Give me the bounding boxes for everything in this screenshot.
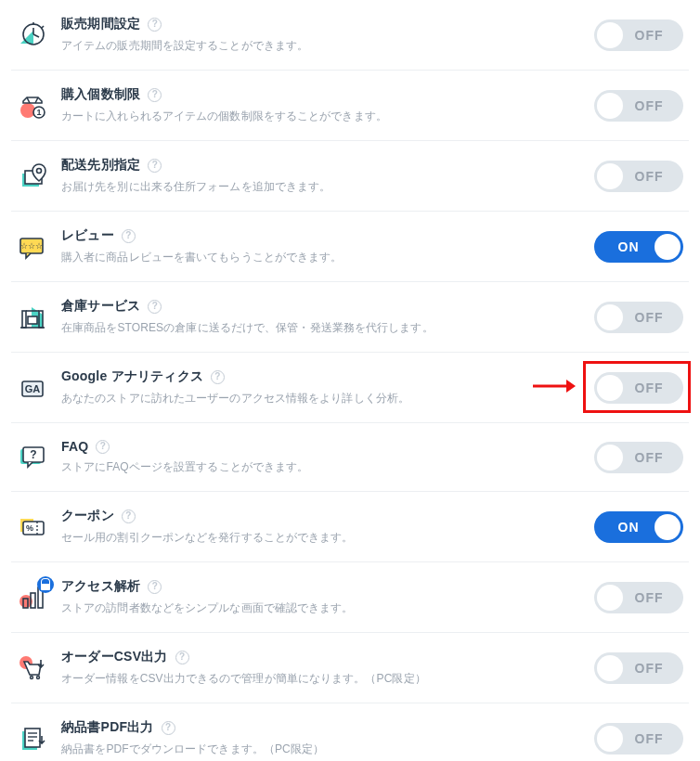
toggle-access-analysis[interactable]: OFF	[594, 582, 683, 613]
arrow-icon	[531, 377, 576, 399]
toggle-label: OFF	[623, 450, 681, 465]
invoice-pdf-icon	[17, 723, 48, 755]
setting-description: オーダー情報をCSV出力できるので管理が簡単になります。（PC限定）	[61, 671, 594, 687]
toggle-label: OFF	[623, 590, 681, 605]
toggle-warehouse[interactable]: OFF	[594, 302, 683, 333]
toggle-purchase-limit[interactable]: OFF	[594, 90, 683, 122]
help-icon[interactable]: ?	[148, 300, 162, 314]
toggle-knob	[597, 655, 623, 681]
toggle-knob	[597, 304, 623, 330]
setting-title[interactable]: 倉庫サービス	[61, 298, 140, 315]
help-icon[interactable]: ?	[148, 159, 162, 173]
svg-line-7	[27, 97, 30, 103]
setting-row-order-csv: オーダーCSV出力?オーダー情報をCSV出力できるので管理が簡単になります。（P…	[11, 633, 689, 703]
help-icon[interactable]: ?	[175, 651, 189, 664]
setting-title[interactable]: 購入個数制限	[61, 86, 140, 103]
toggle-knob	[597, 585, 623, 611]
toggle-sales-period[interactable]: OFF	[594, 19, 683, 51]
setting-title[interactable]: 納品書PDF出力	[61, 719, 154, 736]
help-icon[interactable]: ?	[148, 580, 162, 594]
setting-content: アクセス解析?ストアの訪問者数などをシンプルな画面で確認できます。	[61, 578, 594, 616]
setting-description: 購入者に商品レビューを書いてもらうことができます。	[61, 250, 594, 265]
svg-line-8	[35, 97, 38, 103]
help-icon[interactable]: ?	[122, 229, 136, 243]
setting-description: 納品書をPDFでダウンロードできます。（PC限定）	[61, 742, 594, 757]
help-icon[interactable]: ?	[162, 721, 175, 735]
setting-description: セール用の割引クーポンなどを発行することができます。	[61, 530, 594, 546]
toggle-knob	[597, 375, 623, 401]
coupon-icon: %	[17, 511, 48, 543]
toggle-knob	[597, 163, 623, 189]
setting-row-warehouse: 倉庫サービス?在庫商品をSTORESの倉庫に送るだけで、保管・発送業務を代行しま…	[11, 282, 689, 353]
setting-content: レビュー?購入者に商品レビューを書いてもらうことができます。	[61, 227, 594, 265]
setting-title[interactable]: オーダーCSV出力	[61, 649, 168, 665]
svg-rect-41	[25, 729, 40, 747]
setting-title[interactable]: レビュー	[61, 227, 114, 244]
setting-description: ストアの訪問者数などをシンプルな画面で確認できます。	[61, 600, 594, 616]
toggle-order-csv[interactable]: OFF	[594, 652, 683, 684]
setting-title[interactable]: FAQ	[61, 439, 88, 454]
setting-title[interactable]: Google アナリティクス	[61, 368, 203, 385]
toggle-knob	[597, 93, 623, 119]
svg-marker-25	[566, 380, 576, 393]
help-icon[interactable]: ?	[96, 440, 110, 454]
setting-row-shipping-address: 配送先別指定?お届け先を別に出来る住所フォームを追加できます。OFF	[11, 141, 689, 212]
help-icon[interactable]: ?	[148, 88, 162, 102]
lock-icon	[37, 576, 54, 593]
svg-rect-35	[31, 593, 35, 608]
google-analytics-icon: GA	[17, 372, 48, 404]
toggle-knob	[597, 22, 623, 48]
toggle-label: OFF	[623, 380, 681, 395]
help-icon[interactable]: ?	[122, 509, 136, 523]
toggle-knob	[655, 514, 681, 540]
toggle-label: OFF	[623, 169, 681, 184]
svg-text:1: 1	[36, 108, 41, 117]
setting-row-faq: ?FAQ?ストアにFAQページを設置することができます。OFF	[11, 423, 689, 492]
faq-icon: ?	[17, 442, 48, 473]
help-icon[interactable]: ?	[148, 18, 162, 32]
toggle-label: OFF	[623, 98, 681, 113]
setting-title[interactable]: 配送先別指定	[61, 157, 140, 174]
help-icon[interactable]: ?	[211, 370, 225, 384]
setting-content: 倉庫サービス?在庫商品をSTORESの倉庫に送るだけで、保管・発送業務を代行しま…	[61, 298, 594, 336]
setting-row-invoice-pdf: 納品書PDF出力?納品書をPDFでダウンロードできます。（PC限定）OFF	[11, 703, 689, 761]
setting-description: お届け先を別に出来る住所フォームを追加できます。	[61, 179, 594, 195]
toggle-label: OFF	[623, 310, 681, 325]
setting-row-review: ☆☆☆レビュー?購入者に商品レビューを書いてもらうことができます。ON	[11, 212, 689, 282]
svg-text:☆☆☆: ☆☆☆	[20, 241, 43, 251]
setting-title[interactable]: クーポン	[61, 508, 114, 524]
warehouse-icon	[17, 302, 48, 333]
setting-row-coupon: %クーポン?セール用の割引クーポンなどを発行することができます。ON	[11, 492, 689, 562]
review-icon: ☆☆☆	[17, 231, 48, 263]
svg-rect-17	[22, 311, 26, 328]
toggle-knob	[597, 726, 623, 752]
setting-row-access-analysis: アクセス解析?ストアの訪問者数などをシンプルな画面で確認できます。OFF	[11, 562, 689, 633]
svg-point-38	[31, 676, 33, 678]
setting-content: FAQ?ストアにFAQページを設置することができます。	[61, 439, 594, 475]
setting-content: 販売期間設定?アイテムの販売期間を設定することができます。	[61, 16, 594, 54]
svg-text:GA: GA	[25, 383, 41, 394]
order-csv-icon	[17, 652, 48, 684]
toggle-invoice-pdf[interactable]: OFF	[594, 723, 683, 755]
purchase-limit-icon: 1	[17, 90, 48, 122]
setting-title[interactable]: 販売期間設定	[61, 16, 140, 32]
toggle-faq[interactable]: OFF	[594, 442, 683, 473]
svg-text:?: ?	[30, 448, 36, 461]
toggle-coupon[interactable]: ON	[594, 511, 683, 543]
toggle-google-analytics[interactable]: OFF	[594, 372, 683, 404]
svg-line-3	[33, 34, 39, 37]
setting-content: クーポン?セール用の割引クーポンなどを発行することができます。	[61, 508, 594, 546]
toggle-knob	[597, 445, 623, 471]
shipping-address-icon	[17, 161, 48, 192]
access-analysis-icon	[17, 582, 48, 613]
setting-description: カートに入れられるアイテムの個数制限をすることができます。	[61, 109, 594, 124]
svg-line-5	[42, 26, 44, 28]
toggle-label: OFF	[623, 661, 681, 676]
setting-row-purchase-limit: 1購入個数制限?カートに入れられるアイテムの個数制限をすることができます。OFF	[11, 71, 689, 141]
toggle-review[interactable]: ON	[594, 231, 683, 263]
setting-title[interactable]: アクセス解析	[61, 578, 140, 595]
setting-content: Google アナリティクス?あなたのストアに訪れたユーザーのアクセス情報をより…	[61, 368, 594, 406]
toggle-label: OFF	[623, 731, 681, 746]
svg-text:%: %	[26, 523, 33, 533]
toggle-shipping-address[interactable]: OFF	[594, 161, 683, 192]
